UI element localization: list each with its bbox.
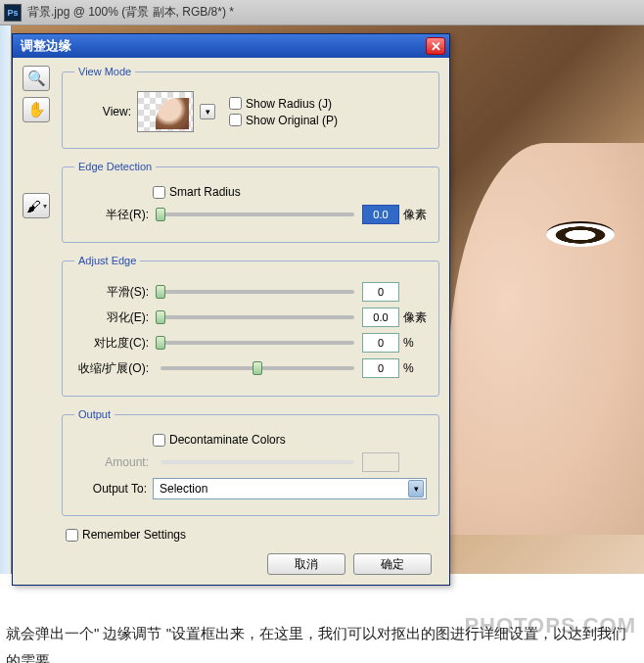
smart-radius-label: Smart Radius bbox=[169, 185, 241, 199]
app-icon: Ps bbox=[4, 4, 22, 22]
decontaminate-checkbox[interactable]: Decontaminate Colors bbox=[153, 433, 427, 447]
dialog-title: 调整边缘 bbox=[17, 37, 71, 55]
show-original-label: Show Original (P) bbox=[246, 114, 338, 127]
ok-button[interactable]: 确定 bbox=[353, 553, 432, 575]
decontaminate-label: Decontaminate Colors bbox=[169, 433, 286, 447]
chevron-down-icon: ▾ bbox=[206, 107, 210, 117]
show-original-input[interactable] bbox=[229, 114, 242, 126]
radius-slider[interactable] bbox=[161, 213, 354, 216]
feather-unit: 像素 bbox=[399, 309, 427, 326]
close-button[interactable]: ✕ bbox=[426, 37, 445, 55]
document-title: 背景.jpg @ 100% (背景 副本, RGB/8*) * bbox=[27, 4, 234, 21]
output-legend: Output bbox=[74, 408, 115, 420]
shift-thumb[interactable] bbox=[253, 361, 262, 375]
show-original-checkbox[interactable]: Show Original (P) bbox=[229, 114, 338, 127]
show-radius-input[interactable] bbox=[229, 97, 242, 110]
radius-input[interactable] bbox=[362, 205, 399, 224]
hand-icon: ✋ bbox=[27, 101, 46, 118]
face-region bbox=[448, 143, 644, 535]
eye-region bbox=[546, 221, 615, 247]
view-mode-group: View Mode View: ▾ Show Radius (J) Show O… bbox=[62, 66, 439, 149]
shift-input[interactable] bbox=[362, 358, 399, 378]
app-titlebar: Ps 背景.jpg @ 100% (背景 副本, RGB/8*) * bbox=[0, 0, 644, 25]
radius-label: 半径(R): bbox=[74, 207, 153, 223]
remember-input[interactable] bbox=[66, 529, 78, 542]
smart-radius-input[interactable] bbox=[153, 186, 165, 199]
smart-radius-checkbox[interactable]: Smart Radius bbox=[153, 185, 427, 199]
smooth-label: 平滑(S): bbox=[74, 284, 153, 301]
output-to-label: Output To: bbox=[74, 482, 153, 496]
shift-label: 收缩/扩展(O): bbox=[74, 360, 153, 377]
feather-label: 羽化(E): bbox=[74, 309, 153, 326]
smooth-thumb[interactable] bbox=[156, 285, 165, 299]
adjust-edge-legend: Adjust Edge bbox=[74, 255, 140, 266]
decontaminate-input[interactable] bbox=[153, 434, 165, 447]
dialog-titlebar[interactable]: 调整边缘 ✕ bbox=[13, 34, 449, 58]
refine-brush-button[interactable]: 🖌▾ bbox=[23, 193, 50, 218]
caption-text: 就会弹出一个" 边缘调节 "设置框出来，在这里，我们可以对抠出的图进行详细设置，… bbox=[6, 620, 638, 663]
amount-slider bbox=[161, 460, 354, 464]
view-label: View: bbox=[74, 105, 137, 118]
output-group: Output Decontaminate Colors Amount: Outp… bbox=[62, 408, 439, 516]
view-dropdown-button[interactable]: ▾ bbox=[200, 104, 215, 119]
remember-label: Remember Settings bbox=[82, 528, 186, 542]
radius-unit: 像素 bbox=[399, 207, 427, 223]
contrast-label: 对比度(C): bbox=[74, 335, 153, 352]
smooth-slider[interactable] bbox=[161, 290, 354, 294]
show-radius-label: Show Radius (J) bbox=[246, 97, 332, 111]
feather-thumb[interactable] bbox=[156, 310, 165, 324]
show-radius-checkbox[interactable]: Show Radius (J) bbox=[229, 97, 338, 111]
amount-label: Amount: bbox=[74, 455, 153, 469]
hand-tool-button[interactable]: ✋ bbox=[23, 97, 50, 122]
contrast-slider[interactable] bbox=[161, 341, 354, 345]
output-to-value: Selection bbox=[160, 482, 207, 496]
chevron-down-icon: ▾ bbox=[43, 202, 47, 211]
shift-unit: % bbox=[399, 361, 427, 375]
zoom-tool-button[interactable]: 🔍 bbox=[23, 66, 50, 91]
view-thumbnail[interactable] bbox=[137, 91, 194, 132]
edge-detection-legend: Edge Detection bbox=[74, 161, 156, 172]
edge-detection-group: Edge Detection Smart Radius 半径(R): 像素 bbox=[62, 161, 439, 243]
view-mode-legend: View Mode bbox=[74, 66, 135, 77]
contrast-unit: % bbox=[399, 336, 427, 350]
output-to-select[interactable]: Selection ▾ bbox=[153, 478, 427, 499]
chevron-down-icon[interactable]: ▾ bbox=[408, 480, 424, 497]
contrast-thumb[interactable] bbox=[156, 336, 165, 350]
feather-input[interactable] bbox=[362, 308, 399, 327]
canvas-edge bbox=[0, 25, 12, 574]
cancel-button[interactable]: 取消 bbox=[267, 553, 345, 575]
refine-edge-dialog: 调整边缘 ✕ 🔍 ✋ 🖌▾ View Mode View: ▾ Show Rad… bbox=[12, 33, 450, 586]
feather-slider[interactable] bbox=[161, 315, 354, 319]
remember-settings-checkbox[interactable]: Remember Settings bbox=[62, 528, 439, 542]
radius-slider-thumb[interactable] bbox=[156, 208, 165, 221]
magnifier-icon: 🔍 bbox=[27, 70, 46, 87]
smooth-input[interactable] bbox=[362, 282, 399, 302]
brush-icon: 🖌 bbox=[26, 198, 41, 214]
adjust-edge-group: Adjust Edge 平滑(S): 羽化(E): 像素 对比度(C): bbox=[62, 255, 439, 397]
contrast-input[interactable] bbox=[362, 333, 399, 353]
shift-slider[interactable] bbox=[161, 366, 354, 370]
amount-input bbox=[362, 452, 399, 472]
